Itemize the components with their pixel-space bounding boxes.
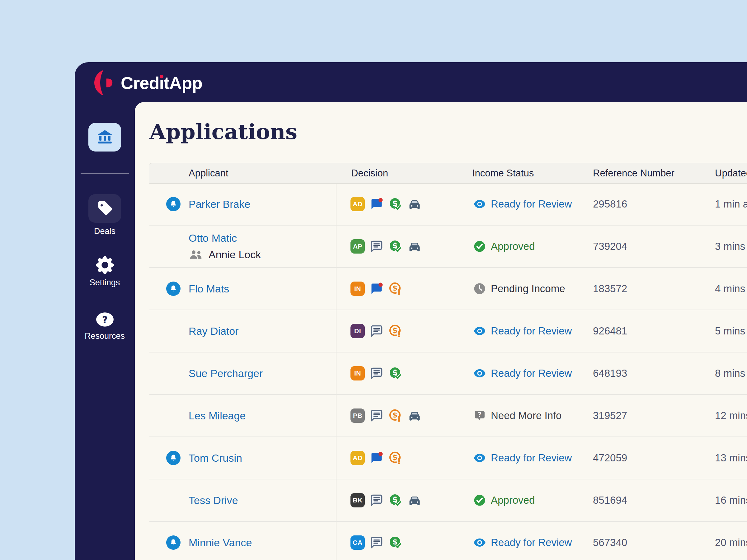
income-status-cell: ? Need More Info <box>473 409 562 422</box>
sidebar-item-applications[interactable] <box>75 123 135 152</box>
co-applicant-name: Annie Lock <box>209 248 261 261</box>
dollar-approved-icon[interactable]: $ <box>388 535 403 550</box>
decision-cell: IN $ <box>351 366 403 380</box>
table-row[interactable]: Les Mileage PB $ ? Need More Info 319527… <box>149 395 747 437</box>
chat-notes-icon[interactable] <box>369 408 384 423</box>
income-status-label: Ready for Review <box>491 198 572 210</box>
app-logo[interactable]: CredıtApp <box>88 69 202 97</box>
decision-badge[interactable]: AP <box>351 239 365 254</box>
eye-icon <box>473 198 486 210</box>
dollar-warning-icon[interactable]: $ <box>388 451 403 465</box>
gear-icon <box>96 256 114 274</box>
sidebar-item-resources[interactable]: ? Resources <box>75 312 135 341</box>
income-status-cell: Ready for Review <box>473 198 572 210</box>
eye-icon <box>473 325 486 337</box>
table-row[interactable]: Ray Diator DI $ Ready for Review 926481 … <box>149 310 747 352</box>
updated-time: 1 min ago <box>715 198 747 210</box>
table-row[interactable]: Otto Matic Annie Lock AP $ Approved 7392… <box>149 225 747 268</box>
decision-cell: AD $ <box>351 451 403 465</box>
car-icon[interactable] <box>407 239 422 254</box>
applicant-link[interactable]: Les Mileage <box>189 410 246 422</box>
reference-number: 739204 <box>593 240 627 252</box>
dollar-warning-icon[interactable]: $ <box>388 408 403 423</box>
decision-badge[interactable]: DI <box>351 324 365 338</box>
decision-badge[interactable]: PB <box>351 408 365 423</box>
chat-notes-icon[interactable] <box>369 366 384 380</box>
decision-badge[interactable]: BK <box>351 493 365 507</box>
applicant-link[interactable]: Minnie Vance <box>189 537 252 549</box>
check-circle-icon <box>473 494 486 506</box>
applicant-link[interactable]: Otto Matic <box>189 232 261 244</box>
decision-badge[interactable]: IN <box>351 366 365 380</box>
car-icon[interactable] <box>407 493 422 507</box>
table-row[interactable]: Minnie Vance CA $ Ready for Review 56734… <box>149 522 747 560</box>
dollar-approved-icon[interactable]: $ <box>388 239 403 254</box>
table-row[interactable]: Tess Drive BK $ Approved 851694 16 mins … <box>149 479 747 522</box>
dollar-warning-icon[interactable]: $ <box>388 282 403 296</box>
income-status-cell: Ready for Review <box>473 536 572 549</box>
chat-unread-icon[interactable] <box>369 282 384 296</box>
sidebar-item-deals[interactable]: Deals <box>75 194 135 236</box>
income-status-label: Approved <box>491 240 535 252</box>
income-status-cell: Approved <box>473 494 535 506</box>
applicant-link[interactable]: Flo Mats <box>189 283 229 295</box>
check-circle-icon <box>473 240 486 252</box>
table-row[interactable]: Parker Brake AD $ Ready for Review 29581… <box>149 183 747 225</box>
table-body: Parker Brake AD $ Ready for Review 29581… <box>149 183 747 560</box>
dollar-approved-icon[interactable]: $ <box>388 366 403 380</box>
table-row[interactable]: Tom Crusin AD $ Ready for Review 472059 … <box>149 437 747 479</box>
income-status-label: Ready for Review <box>491 367 572 379</box>
chat-unread-icon[interactable] <box>369 451 384 465</box>
header-updated[interactable]: Updated <box>715 163 747 183</box>
car-icon[interactable] <box>407 408 422 423</box>
page-title: Applications <box>149 119 297 144</box>
header-decision[interactable]: Decision <box>351 163 388 183</box>
chat-notes-icon[interactable] <box>369 239 384 254</box>
chat-notes-icon[interactable] <box>369 324 384 338</box>
sidebar-label-deals: Deals <box>94 226 115 236</box>
chat-notes-icon[interactable] <box>369 535 384 550</box>
table-row[interactable]: Flo Mats IN $ Pending Income 183572 4 mi… <box>149 268 747 310</box>
decision-cell: CA $ <box>351 535 403 550</box>
creditapp-logo-icon <box>88 69 116 97</box>
sidebar-label-resources: Resources <box>85 331 125 341</box>
reference-number: 648193 <box>593 367 627 379</box>
decision-badge[interactable]: CA <box>351 535 365 550</box>
applicant-link[interactable]: Tess Drive <box>189 495 238 506</box>
header-applicant[interactable]: Applicant <box>189 163 229 183</box>
co-applicant: Annie Lock <box>189 248 261 261</box>
applicant-link[interactable]: Parker Brake <box>189 198 250 210</box>
applicant-link[interactable]: Tom Crusin <box>189 452 242 464</box>
svg-text:?: ? <box>478 411 482 419</box>
applicant-link[interactable]: Ray Diator <box>189 325 239 337</box>
decision-cell: DI $ <box>351 324 403 338</box>
decision-badge[interactable]: IN <box>351 282 365 296</box>
income-status-label: Approved <box>491 495 535 506</box>
reference-number: 926481 <box>593 325 627 337</box>
chat-unread-icon[interactable] <box>369 197 384 211</box>
reference-number: 472059 <box>593 452 627 464</box>
dollar-approved-icon[interactable]: $ <box>388 197 403 211</box>
dollar-warning-icon[interactable]: $ <box>388 324 403 338</box>
app-window: CredıtApp <box>75 62 747 560</box>
question-bubble-icon: ? <box>473 409 486 422</box>
applicant-link[interactable]: Sue Percharger <box>189 367 263 379</box>
chat-notes-icon[interactable] <box>369 493 384 507</box>
income-status-cell: Approved <box>473 240 535 252</box>
decision-badge[interactable]: AD <box>351 197 365 211</box>
sidebar: Deals Settings ? Resources <box>75 102 135 560</box>
header-reference-number[interactable]: Reference Number <box>593 163 674 183</box>
car-icon[interactable] <box>407 197 422 211</box>
applications-active-tile <box>88 123 121 152</box>
income-status-cell: Pending Income <box>473 283 565 295</box>
notification-bell-icon <box>166 197 181 211</box>
income-status-label: Need More Info <box>491 410 562 422</box>
logo-text: CredıtApp <box>121 73 202 93</box>
dollar-approved-icon[interactable]: $ <box>388 493 403 507</box>
sidebar-item-settings[interactable]: Settings <box>75 256 135 288</box>
table-row[interactable]: Sue Percharger IN $ Ready for Review 648… <box>149 352 747 395</box>
reference-number: 295816 <box>593 198 627 210</box>
header-income-status[interactable]: Income Status <box>472 163 534 183</box>
reference-number: 567340 <box>593 537 627 549</box>
decision-badge[interactable]: AD <box>351 451 365 465</box>
